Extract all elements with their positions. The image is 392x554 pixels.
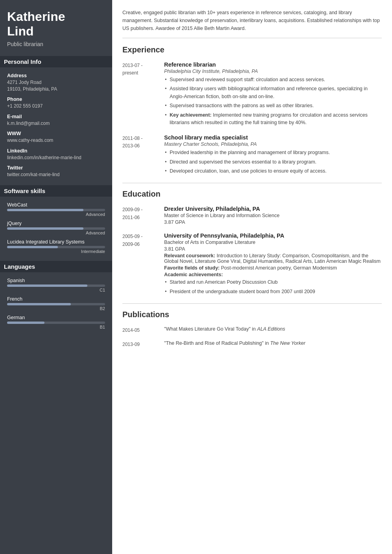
lang-german-name: German [7,315,105,320]
education-entry-1: 2009-09 -2011-06 Drexler University, Phi… [122,206,382,226]
lang-french-level: B2 [7,306,105,311]
linkedin-label: LinkedIn [7,148,105,154]
personal-info-header: Personal Info [0,56,112,67]
phone-value: +1 202 555 0197 [7,103,105,110]
pub1-body: "What Makes Literature Go Viral Today" i… [164,326,382,334]
edu1-body: Drexler University, Philadelphia, PA Mas… [164,206,382,226]
skill-lucidea-bar-fill [7,246,58,248]
pub1-text: "What Makes Literature Go Viral Today" i… [164,326,382,332]
edu2-fields: Favorite fields of study: Post-modernist… [164,265,382,271]
publication-entry-1: 2014-05 "What Makes Literature Go Viral … [122,326,382,334]
skill-jquery-bar-bg [7,227,105,230]
pub2-body: "The Re-Birth and Rise of Radical Publis… [164,340,382,348]
lang-spanish-bar-bg [7,284,105,287]
education-entry-2: 2005-09 -2009-06 University of Pennsylva… [122,232,382,297]
exp2-bullet-2: Directed and supervised the services ess… [164,158,382,166]
candidate-title: Public librarian [7,41,105,47]
experience-header: Experience [122,45,382,56]
lang-french-bar-bg [7,303,105,305]
exp2-bullet-1: Provided leadership in the planning and … [164,149,382,156]
exp1-bullet-1: Supervised and reviewed support staff: c… [164,76,382,84]
skill-webcast: WebCast Advanced [7,202,105,217]
address-label: Address [7,73,105,78]
edu2-title: University of Pennsylvania, Philadelphia… [164,232,382,239]
exp2-bullet-3: Developed circulation, loan, and use pol… [164,167,382,175]
edu1-date: 2009-09 -2011-06 [122,206,158,226]
edu2-achievements: Started and run American Poetry Discussi… [164,279,382,296]
skill-lucidea-bar-bg [7,246,105,248]
skill-jquery-name: jQuery [7,221,105,226]
exp1-bullets: Supervised and reviewed support staff: c… [164,76,382,126]
skill-lucidea-name: Lucidea Integrated Library Systems [7,239,105,245]
experience-entry-1: 2013-07 -present Reference librarian Phi… [122,61,382,128]
www-value: www.cathy-reads.com [7,137,105,144]
lang-french-name: French [7,296,105,302]
lang-french-bar-fill [7,303,71,305]
lang-german: German B1 [7,315,105,329]
skill-webcast-bar-bg [7,209,105,211]
edu2-achievement-2: President of the undergraduate student b… [164,288,382,296]
resume-container: KatherineLind Public librarian Personal … [0,0,392,554]
publications-header: Publications [122,310,382,321]
skill-jquery: jQuery Advanced [7,221,105,235]
exp1-bullet-3: Supervised transactions with the patrons… [164,102,382,110]
skill-webcast-bar-fill [7,209,83,211]
www-label: WWW [7,131,105,136]
edu2-degree: Bachelor of Arts in Comparative Literatu… [164,240,382,245]
skill-lucidea-level: Intermediate [7,249,105,254]
lang-german-bar-fill [7,322,44,324]
lang-spanish: Spanish C1 [7,278,105,292]
email-field: E-mail k.m.lind@gmail.com [7,114,105,127]
sidebar: KatherineLind Public librarian Personal … [0,0,112,554]
skill-jquery-level: Advanced [7,231,105,235]
software-skills-header: Software skills [0,185,112,197]
summary: Creative, engaged public librarian with … [122,9,382,38]
pub2-date: 2013-09 [122,340,158,348]
edu2-date: 2005-09 -2009-06 [122,232,158,297]
lang-french: French B2 [7,296,105,311]
education-header: Education [122,190,382,200]
exp2-bullets: Provided leadership in the planning and … [164,149,382,175]
exp1-title: Reference librarian [164,61,382,68]
twitter-field: Twitter twitter.com/kat-marie-lind [7,165,105,178]
exp2-title: School library media specialist [164,134,382,141]
lang-german-level: B1 [7,325,105,329]
lang-spanish-name: Spanish [7,278,105,283]
experience-entry-2: 2011-08 -2013-06 School library media sp… [122,134,382,177]
exp2-subtitle: Mastery Charter Schools, Philadelphia, P… [164,141,382,147]
languages-header: Languages [0,261,112,272]
skill-jquery-bar-fill [7,227,83,230]
exp1-bullet-4: Key achievement: Implemented new trainin… [164,112,382,127]
www-field: WWW www.cathy-reads.com [7,131,105,144]
candidate-name: KatherineLind [7,9,105,39]
skill-lucidea: Lucidea Integrated Library Systems Inter… [7,239,105,254]
phone-label: Phone [7,97,105,102]
divider-education [122,183,382,183]
skill-webcast-level: Advanced [7,212,105,217]
email-value: k.m.lind@gmail.com [7,120,105,127]
twitter-label: Twitter [7,165,105,171]
edu2-body: University of Pennsylvania, Philadelphia… [164,232,382,297]
email-label: E-mail [7,114,105,119]
address-value: 4271 Jody Road19103, Philadelphia, PA [7,79,105,93]
linkedin-field: LinkedIn linkedin.com/in/katherine-marie… [7,148,105,161]
lang-spanish-level: C1 [7,288,105,292]
exp2-body: School library media specialist Mastery … [164,134,382,177]
lang-german-bar-bg [7,322,105,324]
edu2-achievements-label: Academic achievements: [164,272,382,277]
edu2-coursework: Relevant coursework: Introduction to Lit… [164,253,382,264]
publication-entry-2: 2013-09 "The Re-Birth and Rise of Radica… [122,340,382,348]
edu1-gpa: 3.87 GPA [164,219,382,225]
edu1-degree: Master of Science in Library and Informa… [164,213,382,218]
skill-webcast-name: WebCast [7,202,105,208]
twitter-value: twitter.com/kat-marie-lind [7,171,105,178]
pub2-text: "The Re-Birth and Rise of Radical Publis… [164,340,382,346]
linkedin-value: linkedin.com/in/katherine-marie-lind [7,154,105,161]
main-content: Creative, engaged public librarian with … [112,0,392,554]
exp1-date: 2013-07 -present [122,61,158,128]
address-field: Address 4271 Jody Road19103, Philadelphi… [7,73,105,93]
lang-spanish-bar-fill [7,284,87,287]
exp2-date: 2011-08 -2013-06 [122,134,158,177]
edu1-title: Drexler University, Philadelphia, PA [164,206,382,212]
edu2-gpa: 3.81 GPA [164,246,382,252]
